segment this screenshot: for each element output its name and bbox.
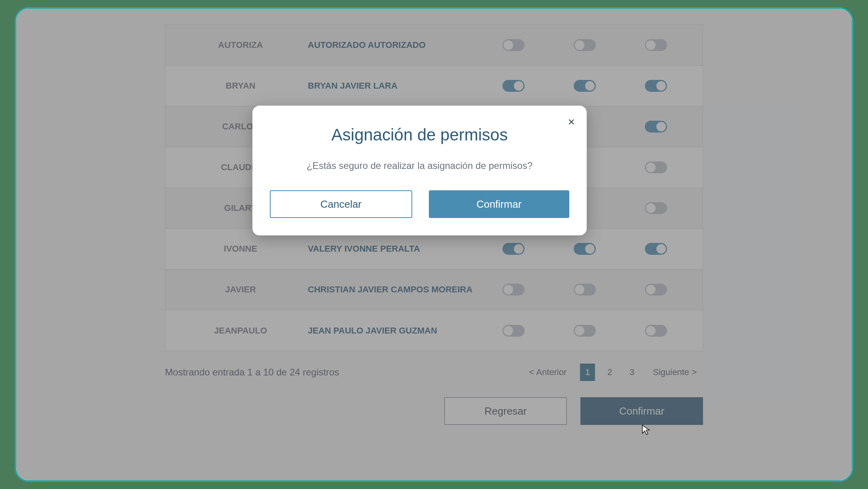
cursor-icon [641,424,651,435]
modal-actions: Cancelar Confirmar [270,190,569,218]
close-icon[interactable]: × [568,115,575,129]
modal-confirm-button[interactable]: Confirmar [429,190,570,218]
modal-title: Asignación de permisos [270,125,569,144]
modal-overlay [16,9,852,480]
confirmation-modal: × Asignación de permisos ¿Estás seguro d… [252,106,587,235]
app-screen: AUTORIZAAUTORIZADO AUTORIZADOBRYANBRYAN … [16,9,852,480]
laptop-frame: AUTORIZAAUTORIZADO AUTORIZADOBRYANBRYAN … [15,7,853,482]
modal-message: ¿Estás seguro de realizar la asignación … [270,160,569,171]
modal-cancel-button[interactable]: Cancelar [270,190,412,218]
